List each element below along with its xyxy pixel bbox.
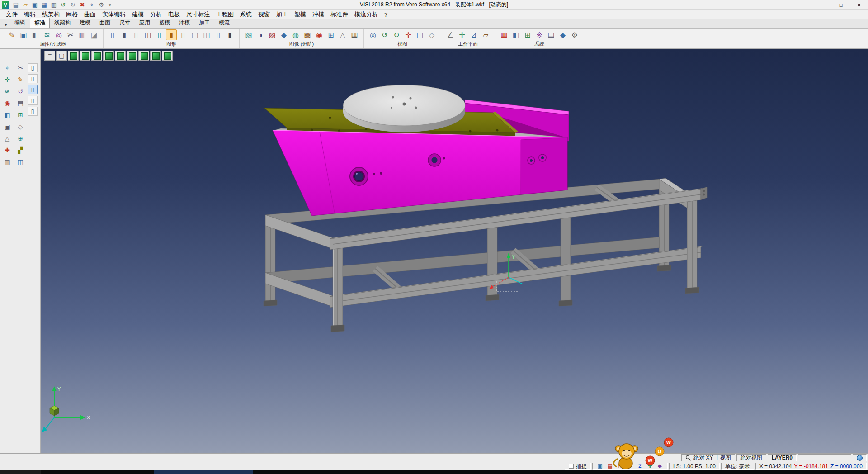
stack-item-icon[interactable]: ▯	[28, 85, 38, 94]
plane-3pt-icon[interactable]: ⊿	[468, 29, 479, 40]
solid-display-icon[interactable]: ▮	[119, 29, 130, 40]
view-cube-right[interactable]	[91, 51, 102, 61]
workflow-tab[interactable]: 塑模	[155, 18, 175, 28]
system-settings-icon[interactable]: ⚙	[569, 29, 580, 40]
menu-item[interactable]: 模流分析	[351, 10, 381, 19]
wireframe-display-icon[interactable]: ▯	[107, 29, 118, 40]
view-orientation-cell[interactable]: 绝对 XY 上视图	[681, 454, 735, 461]
workflow-tab[interactable]: 尺寸	[115, 18, 135, 28]
online-status-cell[interactable]	[853, 454, 867, 461]
snap-toggle-cell[interactable]: 捕捉	[565, 463, 591, 470]
workflow-tab[interactable]: 模流	[214, 18, 234, 28]
plane-face-icon[interactable]: ▱	[480, 29, 491, 40]
workflow-tab[interactable]: 建模	[75, 18, 95, 28]
active-layer-cell[interactable]: LAYER0	[768, 454, 797, 461]
menu-item[interactable]: 系统	[237, 10, 255, 19]
grid-image-icon[interactable]: ▩	[302, 29, 313, 40]
view-cube-iso1[interactable]	[138, 51, 149, 61]
wave-icon[interactable]: ≋	[2, 87, 13, 96]
ghost-display-icon[interactable]: ▯	[178, 29, 189, 40]
face-select-icon[interactable]: ◇	[15, 122, 26, 132]
grid-select-icon[interactable]: ⊞	[15, 110, 26, 120]
light-icon[interactable]: ◍	[290, 29, 301, 40]
outline-display-icon[interactable]: ▯	[213, 29, 224, 40]
trim-icon[interactable]: ✂	[15, 63, 26, 73]
half-select-icon[interactable]: ◧	[2, 110, 13, 120]
snap-point-icon[interactable]: ✛	[2, 75, 13, 85]
units-cell[interactable]: 单位: 毫米	[721, 463, 754, 470]
active-shading-icon[interactable]: ▮	[166, 29, 177, 40]
edit-attributes-icon[interactable]: ✎	[6, 29, 17, 40]
view-cube-back[interactable]	[115, 51, 126, 61]
scale-cell[interactable]: LS: 1.00 PS: 1.00	[669, 463, 720, 470]
menu-item[interactable]: 视窗	[255, 10, 273, 19]
workflow-tab[interactable]: 曲面	[95, 18, 115, 28]
mirror-icon[interactable]: ◫	[15, 157, 26, 167]
filter-half-icon[interactable]: ◧	[30, 29, 41, 40]
menu-item[interactable]: 加工	[273, 10, 291, 19]
workflow-tab[interactable]: 冲模	[175, 18, 194, 28]
snap-checkbox[interactable]	[569, 464, 574, 469]
screen-icon[interactable]: ▦	[349, 29, 360, 40]
render-display-icon[interactable]: ▯	[154, 29, 165, 40]
solid-select-icon[interactable]: ▣	[2, 122, 13, 132]
dual-view-icon[interactable]: ◫	[201, 29, 212, 40]
workflow-tab[interactable]: 线架构	[50, 18, 75, 28]
add-window-icon[interactable]: ⊞	[522, 29, 533, 40]
reference-icon[interactable]: ※	[534, 29, 545, 40]
measure-icon[interactable]: ⌖	[87, 1, 96, 9]
view-cube-top[interactable]	[68, 51, 79, 61]
mask-icon[interactable]: ◪	[89, 29, 99, 40]
viewport-3d[interactable]: ≡▢	[41, 49, 868, 453]
view-cube-left[interactable]	[103, 51, 114, 61]
layers-icon[interactable]: ▤	[15, 99, 26, 108]
box-display-icon[interactable]: ▢	[189, 29, 200, 40]
viewbar-menu-icon[interactable]: ≡	[44, 51, 55, 61]
shadow-icon[interactable]: ◑	[255, 29, 266, 40]
taskbar-strip[interactable]	[0, 470, 868, 474]
close-button[interactable]: ✕	[850, 0, 868, 10]
print-icon[interactable]: ▥	[49, 1, 58, 9]
dark-display-icon[interactable]: ▮	[225, 29, 236, 40]
maximize-button[interactable]: □	[832, 0, 850, 10]
undo-icon[interactable]: ↺	[59, 1, 68, 9]
spot-icon[interactable]: ◉	[314, 29, 325, 40]
view-cube-iso2[interactable]	[150, 51, 161, 61]
qat-dropdown-icon[interactable]: ▾	[107, 3, 113, 7]
shaded-display-icon[interactable]: ▯	[131, 29, 142, 40]
open-icon[interactable]: ▱	[21, 1, 30, 9]
rotate-left-icon[interactable]: ↺	[379, 29, 390, 40]
filter-circle-icon[interactable]: ◎	[53, 29, 64, 40]
select-target-icon[interactable]: ⌖	[2, 63, 13, 73]
half-shade-icon[interactable]: ◧	[510, 29, 521, 40]
workflow-tab[interactable]: 应用	[135, 18, 155, 28]
split-view-icon[interactable]: ◫	[415, 29, 425, 40]
stack-item-icon[interactable]: ▯	[28, 96, 38, 105]
save-all-icon[interactable]: ▦	[40, 1, 49, 9]
new-icon[interactable]: ▤	[11, 1, 20, 9]
add-view-icon[interactable]: ⊞	[326, 29, 336, 40]
shaded-mode-icon[interactable]: ▢	[56, 51, 67, 61]
zoom-view-icon[interactable]: ◎	[368, 29, 378, 40]
absolute-view-cell[interactable]: 绝对视图	[736, 454, 766, 461]
view-cube-bottom[interactable]	[127, 51, 137, 61]
scene-3d[interactable]: Y Y X	[41, 49, 868, 453]
rotate-entity-icon[interactable]: ↺	[15, 87, 26, 96]
view-cube-front[interactable]	[80, 51, 90, 61]
triangle-select-icon[interactable]: △	[2, 134, 13, 143]
delete-icon[interactable]: ✖	[78, 1, 87, 9]
save-icon[interactable]: ▣	[30, 1, 39, 9]
stack-item-icon[interactable]: ▯	[28, 107, 38, 116]
rotate-right-icon[interactable]: ↻	[391, 29, 402, 40]
stack-item-icon[interactable]: ▯	[28, 63, 38, 72]
view-cube-iso3[interactable]	[162, 51, 173, 61]
print-view-icon[interactable]: ▥	[2, 157, 13, 167]
filter-solid-icon[interactable]: ▣	[18, 29, 29, 40]
texture-icon[interactable]: ▧	[243, 29, 254, 40]
workflow-tab[interactable]: 加工	[194, 18, 214, 28]
tab-dropdown-icon[interactable]: ▾	[2, 23, 10, 28]
workflow-tab[interactable]: 编辑	[10, 18, 30, 28]
minimize-button[interactable]: ─	[814, 0, 832, 10]
menu-item[interactable]: ?	[381, 11, 391, 18]
hatch-select-icon[interactable]: ▞	[15, 146, 26, 155]
